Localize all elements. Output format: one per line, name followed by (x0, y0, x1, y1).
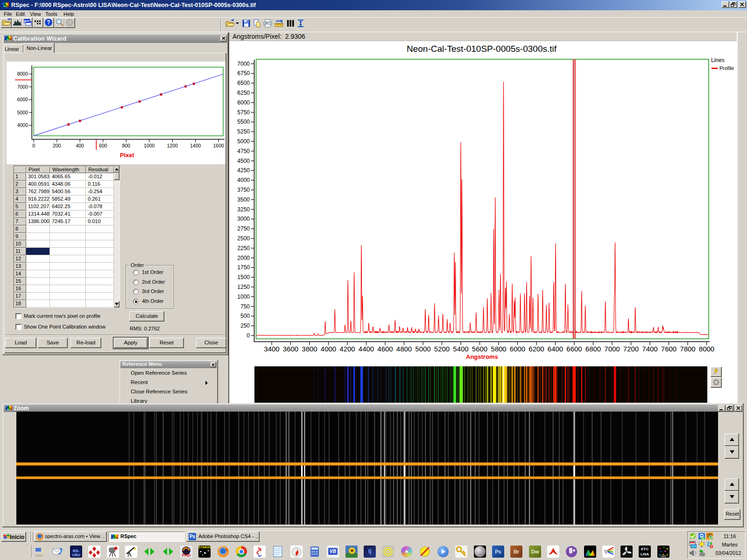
svg-text:400: 400 (76, 143, 84, 148)
svg-text:5500: 5500 (237, 119, 250, 125)
svg-text:1600: 1600 (213, 143, 225, 148)
svg-text:5250: 5250 (237, 128, 250, 135)
svg-text:2000: 2000 (237, 255, 250, 261)
svg-text:250: 250 (240, 322, 250, 329)
svg-text:5600: 5600 (472, 345, 487, 353)
svg-text:7000: 7000 (237, 61, 250, 67)
svg-text:6600: 6600 (566, 345, 582, 353)
svg-text:1750: 1750 (237, 264, 250, 271)
svg-text:?: ? (47, 19, 50, 26)
svg-text:8000: 8000 (17, 71, 28, 77)
svg-text:4600: 4600 (377, 345, 393, 353)
svg-text:0: 0 (247, 332, 250, 339)
svg-text:1400: 1400 (190, 143, 201, 148)
svg-text:1000: 1000 (237, 294, 250, 300)
svg-text:6400: 6400 (548, 345, 563, 353)
svg-text:6000: 6000 (237, 99, 250, 106)
svg-text:500: 500 (240, 313, 250, 319)
svg-text:5400: 5400 (453, 345, 468, 353)
svg-text:4200: 4200 (339, 345, 355, 353)
svg-text:0: 0 (32, 143, 35, 148)
svg-text:7000: 7000 (604, 345, 620, 353)
svg-text:5800: 5800 (491, 345, 506, 353)
svg-text:3750: 3750 (237, 187, 250, 193)
svg-text:7800: 7800 (680, 345, 695, 353)
svg-text:5000: 5000 (415, 345, 430, 353)
svg-text:3800: 3800 (302, 345, 317, 353)
svg-text:5000: 5000 (17, 110, 28, 115)
svg-text:3250: 3250 (237, 206, 250, 213)
svg-text:1250: 1250 (237, 284, 250, 290)
svg-text:4800: 4800 (396, 345, 412, 353)
svg-text:4250: 4250 (237, 167, 250, 174)
svg-text:ISIS: ISIS (661, 555, 666, 558)
svg-text:3600: 3600 (283, 345, 298, 353)
svg-text:6800: 6800 (585, 345, 601, 353)
svg-text:200: 200 (53, 143, 61, 148)
svg-text:4000: 4000 (17, 122, 28, 128)
svg-text:750: 750 (240, 303, 250, 310)
svg-text:6000: 6000 (510, 345, 525, 353)
svg-text:Pixel: Pixel (120, 152, 134, 159)
svg-text:4750: 4750 (237, 148, 250, 154)
svg-text:PHD: PHD (182, 553, 191, 558)
svg-text:4000: 4000 (237, 177, 250, 183)
svg-text:600: 600 (99, 143, 107, 148)
svg-text:7000: 7000 (17, 84, 28, 90)
svg-text:6750: 6750 (237, 70, 250, 77)
svg-text:6200: 6200 (529, 345, 544, 353)
svg-text:7400: 7400 (642, 345, 657, 353)
svg-text:3400: 3400 (264, 345, 279, 353)
svg-text:5000: 5000 (237, 138, 250, 145)
svg-text:4400: 4400 (359, 345, 374, 353)
svg-text:6500: 6500 (237, 80, 250, 86)
svg-text:4500: 4500 (237, 158, 250, 164)
svg-text:8000: 8000 (699, 345, 714, 353)
svg-text:3500: 3500 (237, 196, 250, 203)
svg-text:5750: 5750 (237, 109, 250, 116)
svg-text:4000: 4000 (321, 345, 336, 353)
svg-text:7600: 7600 (661, 345, 677, 353)
svg-text:6000: 6000 (17, 97, 28, 102)
svg-text:800: 800 (122, 143, 130, 148)
svg-text:1200: 1200 (167, 143, 178, 148)
svg-text:7200: 7200 (623, 345, 639, 353)
svg-text:2500: 2500 (237, 235, 250, 242)
svg-text:6250: 6250 (237, 90, 250, 96)
svg-text:2250: 2250 (237, 245, 250, 252)
svg-text:1500: 1500 (237, 274, 250, 280)
svg-text:5200: 5200 (434, 345, 450, 353)
svg-text:1000: 1000 (144, 143, 155, 148)
svg-text:3000: 3000 (237, 216, 250, 222)
svg-text:2750: 2750 (237, 225, 250, 232)
